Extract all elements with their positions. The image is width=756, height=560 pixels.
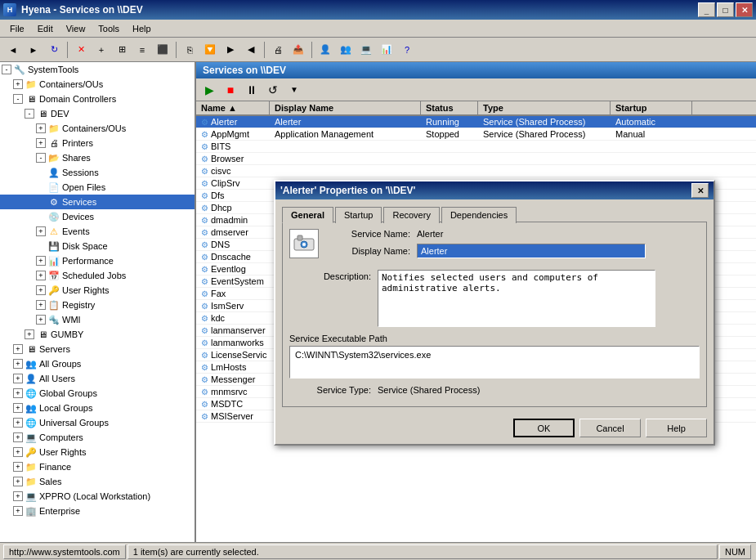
tree-item-computers[interactable]: + 💻 Computers [0, 430, 195, 445]
menu-view[interactable]: View [60, 22, 92, 35]
toolbar-delete[interactable]: ✕ [71, 40, 91, 60]
tree-item-allgroups[interactable]: + 👥 All Groups [0, 356, 195, 371]
toolbar-filter[interactable]: 🔽 [200, 40, 220, 60]
tab-recovery[interactable]: Recovery [383, 207, 439, 223]
display-name-input[interactable] [417, 244, 646, 258]
tab-startup[interactable]: Startup [335, 207, 382, 223]
services-dropdown-btn[interactable]: ▼ [284, 80, 304, 100]
toolbar-forward[interactable]: ► [24, 40, 43, 60]
tree-item-dev-sessions[interactable]: 👤 Sessions [0, 165, 195, 180]
tree-item-dev-userrights[interactable]: + 🔑 User Rights [0, 283, 195, 298]
toolbar-help[interactable]: ? [397, 40, 417, 60]
toolbar-back[interactable]: ◄ [3, 40, 23, 60]
tree-toggle-sales[interactable]: + [13, 477, 23, 486]
tree-item-dev-printers[interactable]: + 🖨 Printers [0, 136, 195, 150]
toolbar-refresh[interactable]: ↻ [44, 40, 64, 60]
tree-toggle-systemtools[interactable]: - [2, 65, 11, 74]
tree-toggle-containers[interactable]: + [13, 79, 23, 89]
tree-item-allusers[interactable]: + 👤 All Users [0, 371, 195, 386]
toolbar-list[interactable]: ≡ [132, 40, 152, 60]
tree-toggle-servers[interactable]: + [13, 344, 23, 354]
maximize-button[interactable]: □ [717, 2, 734, 17]
table-row[interactable]: ⚙ cisvc [196, 165, 756, 177]
tree-item-universalgroups[interactable]: + 🌐 Universal Groups [0, 415, 195, 430]
toolbar-print[interactable]: 🖨 [268, 40, 288, 60]
table-row[interactable]: ⚙ BITS [196, 141, 756, 153]
toolbar-user[interactable]: 👤 [315, 40, 335, 60]
services-start-btn[interactable]: ▶ [199, 80, 219, 100]
tree-toggle-allusers[interactable]: + [13, 374, 23, 383]
tree-toggle-dev-containers[interactable]: + [36, 123, 46, 133]
tree-toggle-dev-shares[interactable]: - [36, 153, 46, 163]
tree-toggle-computers[interactable]: + [13, 432, 23, 442]
tree-toggle-dev-events[interactable]: + [36, 226, 46, 236]
menu-edit[interactable]: Edit [31, 22, 60, 35]
tree-item-dev-wmi[interactable]: + 🔩 WMI [0, 312, 195, 327]
tree-toggle-dev-printers[interactable]: + [36, 138, 46, 148]
tree-item-xppro[interactable]: + 💻 XPPRO (Local Workstation) [0, 489, 195, 504]
tree-toggle-globalgroups[interactable]: + [13, 388, 23, 398]
tree-item-dev-performance[interactable]: + 📊 Performance [0, 253, 195, 268]
tree-toggle-universalgroups[interactable]: + [13, 418, 23, 428]
col-name[interactable]: Name ▲ [196, 101, 270, 114]
tree-item-sales[interactable]: + 📁 Sales [0, 474, 195, 489]
tree-toggle-dev-scheduledjobs[interactable]: + [36, 271, 46, 280]
tree-toggle-dev-userrights[interactable]: + [36, 285, 46, 295]
dialog-close-btn[interactable]: ✕ [691, 183, 709, 198]
tree-item-dev-events[interactable]: + ⚠ Events [0, 224, 195, 239]
tree-item-gumby[interactable]: + 🖥 GUMBY [0, 327, 195, 342]
tree-item-globalgroups[interactable]: + 🌐 Global Groups [0, 386, 195, 401]
tree-item-dev-containers[interactable]: + 📁 Containers/OUs [0, 121, 195, 136]
tree-toggle-allgroups[interactable]: + [13, 359, 23, 369]
tree-toggle-finance[interactable]: + [13, 462, 23, 472]
menu-help[interactable]: Help [126, 22, 158, 35]
tree-item-systemtools[interactable]: - 🔧 SystemTools [0, 62, 195, 77]
description-textarea[interactable]: Notifies selected users and computers of… [378, 270, 655, 327]
services-pause-btn[interactable]: ⏸ [242, 80, 262, 100]
toolbar-b2[interactable]: ◀ [241, 40, 261, 60]
dialog-cancel-button[interactable]: Cancel [579, 419, 641, 437]
tree-item-servers[interactable]: + 🖥 Servers [0, 342, 195, 356]
tree-toggle-dev-performance[interactable]: + [36, 256, 46, 266]
toolbar-add[interactable]: + [92, 40, 111, 60]
close-button[interactable]: ✕ [736, 2, 753, 17]
toolbar-grid[interactable]: ⊞ [112, 40, 132, 60]
col-display-name[interactable]: Display Name [270, 101, 421, 114]
tree-item-dev[interactable]: - 🖥 DEV [0, 106, 195, 121]
toolbar-copy[interactable]: ⎘ [180, 40, 199, 60]
tree-item-dev-registry[interactable]: + 📋 Registry [0, 298, 195, 312]
tree-item-enterprise[interactable]: + 🏢 Enterprise [0, 504, 195, 518]
tree-toggle-enterprise[interactable]: + [13, 506, 23, 516]
tree-item-userrights[interactable]: + 🔑 User Rights [0, 445, 195, 459]
tree-item-finance[interactable]: + 📁 Finance [0, 459, 195, 474]
tree-item-dev-openfiles[interactable]: 📄 Open Files [0, 180, 195, 195]
tree-toggle-dev[interactable]: - [25, 109, 34, 119]
tree-item-dev-diskspace[interactable]: 💾 Disk Space [0, 239, 195, 253]
tree-item-domain-controllers[interactable]: - 🖥 Domain Controllers [0, 92, 195, 106]
table-row[interactable]: ⚙ Browser [196, 153, 756, 165]
col-status[interactable]: Status [421, 101, 478, 114]
tree-toggle-xppro[interactable]: + [13, 491, 23, 501]
toolbar-b1[interactable]: ▶ [221, 40, 240, 60]
dialog-ok-button[interactable]: OK [513, 419, 575, 437]
dialog-help-button[interactable]: Help [646, 419, 707, 437]
tab-dependencies[interactable]: Dependencies [441, 207, 517, 223]
col-startup[interactable]: Startup [611, 101, 692, 114]
table-row[interactable]: ⚙ Alerter Alerter Running Service (Share… [196, 116, 756, 128]
minimize-button[interactable]: _ [698, 2, 715, 17]
services-restart-btn[interactable]: ↺ [263, 80, 283, 100]
tree-toggle-localgroups[interactable]: + [13, 403, 23, 413]
services-stop-btn[interactable]: ■ [221, 80, 240, 100]
toolbar-group[interactable]: 👥 [336, 40, 356, 60]
tree-item-localgroups[interactable]: + 👥 Local Groups [0, 401, 195, 415]
toolbar-computer[interactable]: 💻 [356, 40, 376, 60]
tree-item-dev-devices[interactable]: 💿 Devices [0, 209, 195, 224]
col-type[interactable]: Type [478, 101, 611, 114]
tree-toggle-dev-registry[interactable]: + [36, 300, 46, 310]
menu-tools[interactable]: Tools [92, 22, 126, 35]
tree-toggle-dev-wmi[interactable]: + [36, 315, 46, 325]
tree-toggle-gumby[interactable]: + [25, 329, 34, 339]
toolbar-b3[interactable]: 📊 [377, 40, 396, 60]
toolbar-export[interactable]: 📤 [289, 40, 308, 60]
table-row[interactable]: ⚙ AppMgmt Application Management Stopped… [196, 128, 756, 141]
